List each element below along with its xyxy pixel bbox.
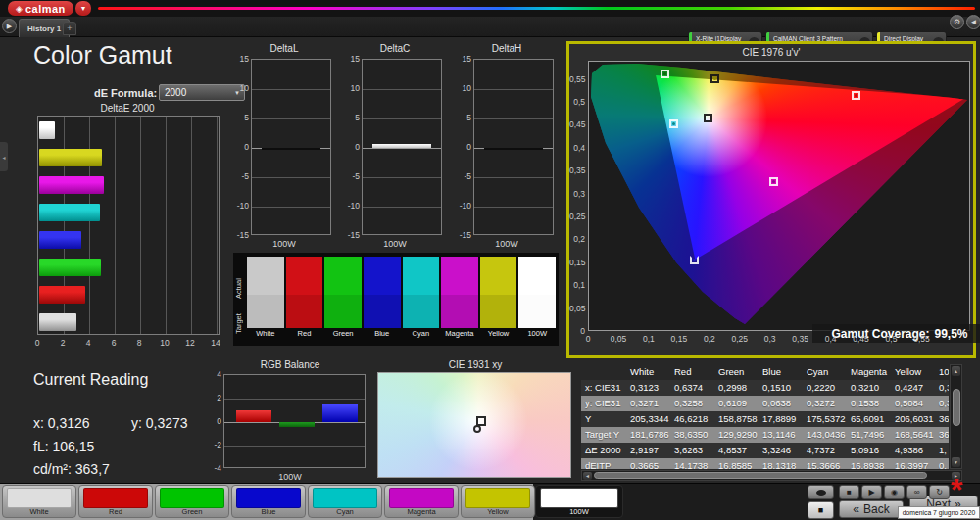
- gamut-coverage-value: 99,5%: [935, 327, 968, 341]
- swatch-label: 100W: [518, 328, 556, 340]
- axis-tick-label: 2: [208, 393, 221, 402]
- table-cell: 0,3: [936, 396, 949, 411]
- table-cell: 0,3210: [848, 380, 892, 396]
- pattern-swatch: [160, 488, 224, 508]
- speaker-button[interactable]: ◄: [966, 15, 980, 29]
- swatch-label: Blue: [364, 328, 401, 340]
- vertical-scrollbar[interactable]: ▲ ▼: [950, 364, 962, 469]
- measure-button[interactable]: ◉: [884, 485, 905, 499]
- chart-title: CIE 1976 u'v': [569, 47, 973, 58]
- new-tab-button[interactable]: +: [63, 22, 76, 35]
- table-header-cell: White: [627, 364, 671, 380]
- sync-button[interactable]: ↻: [929, 485, 950, 499]
- actual-target-swatch-strip: Actual Target WhiteRedGreenBlueCyanMagen…: [233, 253, 559, 346]
- table-row: Y205,334446,6218158,875817,8899175,53726…: [581, 411, 949, 427]
- reading-cdm2: cd/m²: 363,7: [33, 461, 110, 477]
- pattern-swatch: [7, 488, 72, 508]
- axis-tick-label: 15: [346, 54, 360, 64]
- table-cell: 36: [936, 427, 949, 443]
- play-button[interactable]: ▶: [861, 485, 882, 499]
- workflow-play-button[interactable]: ▶: [2, 19, 17, 33]
- table-header-cell: Magenta: [848, 364, 892, 380]
- measurement-marker-red: [852, 91, 860, 100]
- horizontal-scrollbar[interactable]: ◄ ►: [581, 470, 962, 481]
- bar: [262, 148, 321, 150]
- pattern-button-yellow[interactable]: Yellow: [461, 485, 535, 518]
- axis-tick-label: 0,3: [569, 189, 585, 199]
- pattern-button-red[interactable]: Red: [78, 485, 153, 518]
- pattern-label: Blue: [232, 507, 305, 516]
- calman-logo[interactable]: ◈ calman: [8, 1, 74, 16]
- hscroll-thumb[interactable]: [594, 472, 927, 479]
- pattern-label: White: [3, 507, 75, 516]
- measured-dot: [663, 72, 666, 75]
- axis-tick-label: 15: [458, 54, 471, 64]
- bar-100w: [39, 121, 55, 139]
- scroll-left-icon[interactable]: ◄: [583, 472, 592, 480]
- measurement-marker-magenta: [769, 177, 778, 186]
- pattern-label: Yellow: [462, 507, 534, 516]
- pattern-label: Magenta: [385, 507, 458, 516]
- scroll-down-icon[interactable]: ▼: [952, 457, 960, 467]
- scroll-up-icon[interactable]: ▲: [952, 366, 960, 376]
- de-formula-dropdown[interactable]: 2000 ▼: [159, 84, 245, 101]
- axis-tick-label: 0,05: [569, 304, 585, 313]
- panel-collapse-handle[interactable]: ◂: [0, 142, 8, 171]
- pattern-button-green[interactable]: Green: [155, 485, 229, 518]
- table-cell: 0,1538: [848, 396, 892, 411]
- chart-title: CIE 1931 xy: [375, 359, 575, 370]
- measurement-marker-yellow: [710, 74, 719, 83]
- gridline: [252, 207, 330, 208]
- play-icon: ▶: [7, 23, 12, 30]
- chevron-left-icon: ◂: [2, 154, 5, 161]
- axis-tick-label: -4: [208, 463, 221, 473]
- axis-tick-label: 10: [458, 83, 471, 93]
- gear-icon: ⚙: [954, 18, 960, 26]
- settings-button[interactable]: ⚙: [950, 15, 964, 29]
- tab-bar: ▶ History 1 + X-Rite i1Display Retail LC…: [0, 17, 980, 37]
- app-menu[interactable]: ◈ calman ▼: [8, 1, 91, 16]
- deltah-plot-area: [473, 59, 554, 235]
- table-cell: 0,5084: [892, 396, 936, 411]
- back-button[interactable]: « Back: [839, 500, 904, 518]
- row-label: ΔE 2000: [581, 443, 627, 458]
- measured-dot: [772, 180, 775, 183]
- target-swatch: [518, 295, 556, 328]
- gridline: [474, 118, 553, 119]
- swatch-column-100w: 100W: [518, 257, 556, 343]
- axis-tick-label: 4: [208, 369, 221, 379]
- swatch-column-green: Green: [324, 257, 362, 343]
- axis-tick-label: 0,45: [569, 119, 585, 129]
- table-row: x: CIE310,31230,63740,29980,15100,22200,…: [581, 380, 949, 396]
- stop-button[interactable]: ■: [839, 485, 859, 499]
- pattern-window-button[interactable]: ■: [808, 501, 834, 519]
- pattern-button-magenta[interactable]: Magenta: [384, 485, 459, 518]
- table-cell: 1,: [936, 443, 949, 458]
- table-cell: 15,3666: [804, 458, 848, 469]
- swatch-label: Magenta: [441, 328, 478, 340]
- chart-title: DeltaC: [346, 43, 444, 54]
- row-label: Y: [581, 411, 627, 427]
- actual-swatch: [480, 257, 517, 295]
- chart-title: DeltaH: [458, 43, 556, 54]
- bar-red: [39, 286, 85, 304]
- table-rows: WhiteRedGreenBlueCyanMagentaYellow100Wx:…: [581, 364, 949, 469]
- actual-swatch: [403, 257, 440, 295]
- bar: [484, 148, 544, 150]
- axis-tick-label: 5: [346, 113, 360, 122]
- pattern-button-cyan[interactable]: Cyan: [308, 485, 382, 518]
- pattern-button-blue[interactable]: Blue: [231, 485, 306, 518]
- bar-green: [279, 422, 315, 427]
- axis-tick-label: 0: [346, 142, 360, 152]
- bar-blue: [39, 231, 81, 249]
- pattern-button-100w[interactable]: 100W: [535, 485, 623, 518]
- measured-dot: [713, 77, 716, 80]
- axis-tick-label: -15: [458, 230, 471, 240]
- table-cell: 13,1146: [760, 427, 804, 443]
- continuous-button[interactable]: ∞: [906, 485, 927, 499]
- app-menu-caret[interactable]: ▼: [75, 1, 91, 16]
- pattern-button-white[interactable]: White: [2, 485, 76, 518]
- chart-title: RGB Balance: [208, 359, 372, 370]
- meter-capture-button[interactable]: [808, 485, 834, 499]
- vscroll-thumb[interactable]: [953, 389, 960, 426]
